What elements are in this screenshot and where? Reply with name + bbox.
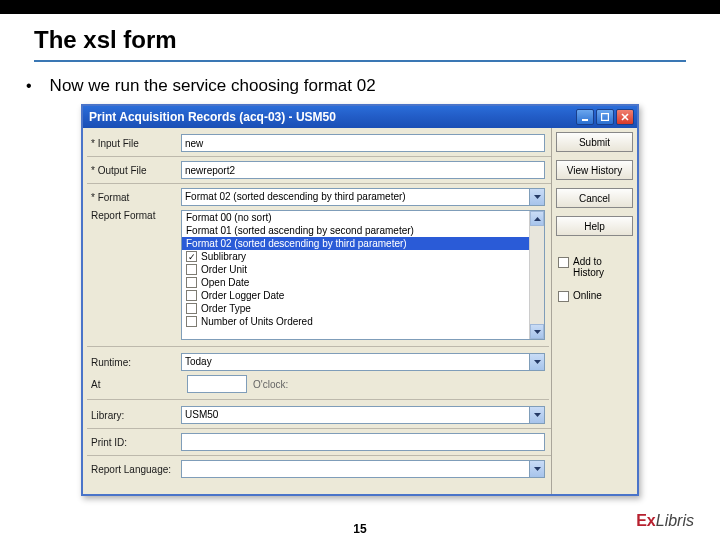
input-file-field[interactable] xyxy=(181,134,545,152)
label-runtime: Runtime: xyxy=(89,357,181,368)
listbox-scrollbar[interactable] xyxy=(529,211,544,339)
at-time-field[interactable] xyxy=(187,375,247,393)
page-number: 15 xyxy=(0,522,720,536)
maximize-button[interactable] xyxy=(596,109,614,125)
svg-marker-8 xyxy=(534,413,541,417)
app-window: Print Acquisition Records (acq-03) - USM… xyxy=(81,104,639,496)
add-to-history-checkbox[interactable]: Add to History xyxy=(556,256,633,278)
format-option-selected[interactable]: Format 02 (sorted descending by third pa… xyxy=(182,237,529,250)
label-output-file: * Output File xyxy=(89,165,181,176)
report-check-open-date[interactable]: Open Date xyxy=(182,276,529,289)
format-select[interactable]: Format 02 (sorted descending by third pa… xyxy=(181,188,529,206)
report-check-order-type[interactable]: Order Type xyxy=(182,302,529,315)
label-library: Library: xyxy=(89,410,181,421)
label-at: At xyxy=(89,379,181,390)
label-report-format: Report Format xyxy=(89,210,181,221)
svg-marker-5 xyxy=(534,217,541,221)
label-print-id: Print ID: xyxy=(89,437,181,448)
scroll-down-button[interactable] xyxy=(530,324,544,339)
svg-rect-1 xyxy=(602,114,609,121)
svg-marker-6 xyxy=(534,330,541,334)
svg-marker-7 xyxy=(534,360,541,364)
exlibris-logo: ExLibris xyxy=(636,512,694,530)
runtime-select[interactable]: Today xyxy=(181,353,529,371)
report-check-order-unit[interactable]: Order Unit xyxy=(182,263,529,276)
bullet-icon: • xyxy=(26,76,32,95)
print-id-field[interactable] xyxy=(181,433,545,451)
report-check-logger-date[interactable]: Order Logger Date xyxy=(182,289,529,302)
output-file-field[interactable] xyxy=(181,161,545,179)
report-format-listbox[interactable]: Format 00 (no sort) Format 01 (sorted as… xyxy=(181,210,545,340)
help-button[interactable]: Help xyxy=(556,216,633,236)
svg-rect-0 xyxy=(582,119,588,121)
report-language-select[interactable] xyxy=(181,460,529,478)
submit-button[interactable]: Submit xyxy=(556,132,633,152)
cancel-button[interactable]: Cancel xyxy=(556,188,633,208)
format-option[interactable]: Format 00 (no sort) xyxy=(182,211,529,224)
minimize-button[interactable] xyxy=(576,109,594,125)
bullet-text: Now we run the service choosing format 0… xyxy=(50,76,376,96)
report-check-units-ordered[interactable]: Number of Units Ordered xyxy=(182,315,529,328)
report-check-sublibrary[interactable]: ✓Sublibrary xyxy=(182,250,529,263)
svg-marker-4 xyxy=(534,195,541,199)
library-select[interactable]: USM50 xyxy=(181,406,529,424)
library-dropdown-button[interactable] xyxy=(529,406,545,424)
label-input-file: * Input File xyxy=(89,138,181,149)
label-oclock: O'clock: xyxy=(253,379,288,390)
format-option[interactable]: Format 01 (sorted ascending by second pa… xyxy=(182,224,529,237)
form-area: * Input File * Output File * Format Form… xyxy=(83,128,551,494)
format-dropdown-button[interactable] xyxy=(529,188,545,206)
label-format: * Format xyxy=(89,192,181,203)
window-title: Print Acquisition Records (acq-03) - USM… xyxy=(89,110,336,124)
online-checkbox[interactable]: Online xyxy=(556,290,633,302)
titlebar: Print Acquisition Records (acq-03) - USM… xyxy=(83,106,637,128)
svg-marker-9 xyxy=(534,467,541,471)
report-language-dropdown-button[interactable] xyxy=(529,460,545,478)
scroll-up-button[interactable] xyxy=(530,211,544,226)
view-history-button[interactable]: View History xyxy=(556,160,633,180)
button-panel: Submit View History Cancel Help Add to H… xyxy=(551,128,637,494)
close-button[interactable] xyxy=(616,109,634,125)
slide-title: The xsl form xyxy=(34,26,686,62)
runtime-dropdown-button[interactable] xyxy=(529,353,545,371)
label-report-language: Report Language: xyxy=(89,464,181,475)
